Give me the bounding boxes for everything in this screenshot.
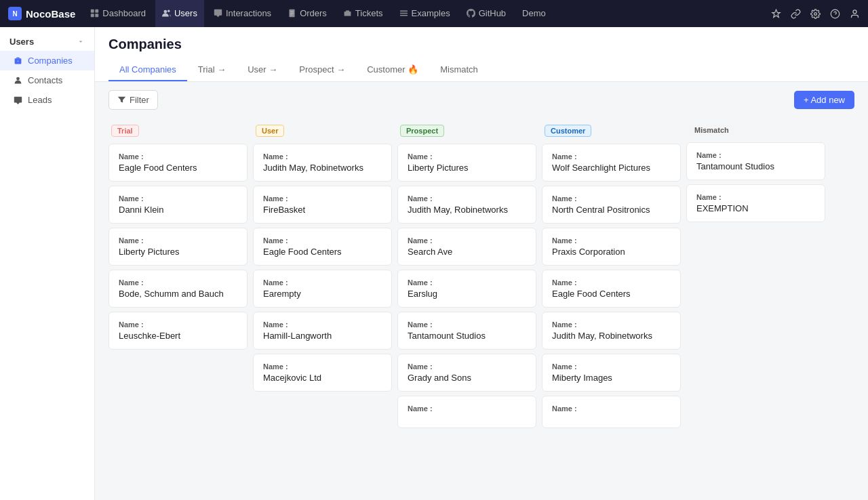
user-icon[interactable] (850, 9, 860, 19)
column-header-mismatch: Mismatch (686, 118, 825, 142)
nav-right-actions (771, 9, 860, 19)
nav-examples[interactable]: Examples (393, 0, 457, 27)
sidebar-group-users[interactable]: Users (0, 33, 94, 51)
badge-prospect: Prospect (400, 125, 444, 137)
column-mismatch: MismatchName :Tantamount StudiosName :EX… (686, 118, 825, 486)
svg-rect-0 (91, 9, 94, 12)
card-trial-0[interactable]: Name :Eagle Food Centers (108, 144, 248, 182)
nav-orders[interactable]: Orders (281, 0, 334, 27)
tab-trial[interactable]: Trial → (187, 59, 237, 81)
card-customer-1[interactable]: Name :North Central Positronics (542, 186, 681, 224)
card-trial-1[interactable]: Name :Danni Klein (108, 186, 248, 224)
nav-github[interactable]: GitHub (460, 0, 513, 27)
card-trial-2[interactable]: Name :Liberty Pictures (108, 228, 248, 266)
card-customer-5[interactable]: Name :Miberty Images (542, 354, 681, 392)
logo-icon: N (8, 7, 22, 20)
app-title: NocoBase (26, 8, 75, 20)
nav-interactions[interactable]: Interactions (207, 0, 278, 27)
card-user-0[interactable]: Name :Judith May, Robinetworks (253, 144, 392, 182)
sidebar-item-label: Companies (28, 56, 73, 66)
card-customer-2[interactable]: Name :Praxis Corporation (542, 228, 681, 266)
sidebar-item-leads[interactable]: Leads (0, 90, 94, 110)
card-trial-4[interactable]: Name :Leuschke-Ebert (108, 312, 248, 350)
column-customer: CustomerName :Wolf Searchlight PicturesN… (542, 118, 681, 486)
svg-rect-2 (91, 14, 94, 17)
column-body-user: Name :Judith May, RobinetworksName :Fire… (253, 144, 392, 392)
tab-user[interactable]: User → (237, 59, 288, 81)
column-header-user: User (253, 118, 392, 144)
card-mismatch-1[interactable]: Name :EXEMPTION (686, 184, 825, 222)
filter-icon (117, 96, 126, 104)
column-header-prospect: Prospect (397, 118, 536, 144)
nav-users[interactable]: Users (155, 0, 204, 27)
toolbar: Filter + Add new (95, 82, 868, 118)
badge-trial: Trial (111, 125, 139, 137)
card-prospect-5[interactable]: Name :Grady and Sons (397, 354, 536, 392)
column-prospect: ProspectName :Liberty PicturesName :Judi… (397, 118, 536, 486)
column-body-mismatch: Name :Tantamount StudiosName :EXEMPTION (686, 142, 825, 222)
link-icon[interactable] (791, 9, 801, 19)
sidebar: Users Companies Contacts Leads (0, 27, 95, 500)
tab-bar: All Companies Trial → User → Prospect → … (108, 59, 854, 81)
pin-icon[interactable] (771, 9, 781, 19)
sidebar-item-label: Leads (28, 95, 52, 105)
badge-customer: Customer (545, 125, 591, 137)
sidebar-item-companies[interactable]: Companies (0, 51, 94, 70)
page-title: Companies (108, 37, 854, 52)
card-prospect-0[interactable]: Name :Liberty Pictures (397, 144, 536, 182)
kanban-board: TrialName :Eagle Food CentersName :Danni… (95, 118, 868, 500)
card-prospect-6[interactable]: Name : (397, 396, 536, 428)
card-user-3[interactable]: Name :Earempty (253, 270, 392, 308)
nav-dashboard[interactable]: Dashboard (83, 0, 153, 27)
card-customer-0[interactable]: Name :Wolf Searchlight Pictures (542, 144, 681, 182)
card-user-4[interactable]: Name :Hamill-Langworth (253, 312, 392, 350)
svg-point-4 (163, 9, 167, 13)
card-customer-6[interactable]: Name : (542, 396, 681, 428)
badge-user: User (256, 125, 284, 137)
tab-prospect[interactable]: Prospect → (288, 59, 356, 81)
main-content: Companies All Companies Trial → User → P… (95, 27, 868, 500)
card-trial-3[interactable]: Name :Bode, Schumm and Bauch (108, 270, 248, 308)
svg-point-12 (814, 12, 817, 15)
svg-rect-9 (399, 12, 407, 14)
svg-rect-1 (96, 9, 99, 12)
tab-customer[interactable]: Customer 🔥 (356, 59, 429, 81)
sidebar-item-contacts[interactable]: Contacts (0, 70, 94, 90)
svg-rect-10 (399, 10, 407, 12)
column-header-customer: Customer (542, 118, 681, 144)
card-prospect-3[interactable]: Name :Earslug (397, 270, 536, 308)
svg-point-18 (16, 77, 20, 81)
svg-rect-3 (96, 14, 99, 17)
svg-rect-11 (399, 14, 407, 16)
card-prospect-4[interactable]: Name :Tantamount Studios (397, 312, 536, 350)
card-prospect-1[interactable]: Name :Judith May, Robinetworks (397, 186, 536, 224)
card-customer-3[interactable]: Name :Eagle Food Centers (542, 270, 681, 308)
page-header: Companies All Companies Trial → User → P… (95, 27, 868, 82)
card-user-2[interactable]: Name :Eagle Food Centers (253, 228, 392, 266)
column-header-trial: Trial (108, 118, 248, 144)
card-mismatch-0[interactable]: Name :Tantamount Studios (686, 142, 825, 180)
nav-tickets[interactable]: Tickets (336, 0, 390, 27)
column-trial: TrialName :Eagle Food CentersName :Danni… (108, 118, 248, 486)
tab-mismatch[interactable]: Mismatch (429, 59, 489, 81)
svg-point-5 (167, 9, 170, 12)
card-user-5[interactable]: Name :Macejkovic Ltd (253, 354, 392, 392)
help-icon[interactable] (830, 9, 840, 19)
column-user: UserName :Judith May, RobinetworksName :… (253, 118, 392, 486)
card-prospect-2[interactable]: Name :Search Ave (397, 228, 536, 266)
svg-point-15 (853, 9, 856, 13)
sidebar-item-label: Contacts (28, 75, 62, 85)
tab-all-companies[interactable]: All Companies (108, 59, 187, 81)
column-body-trial: Name :Eagle Food CentersName :Danni Klei… (108, 144, 248, 350)
column-body-customer: Name :Wolf Searchlight PicturesName :Nor… (542, 144, 681, 428)
nav-demo[interactable]: Demo (515, 0, 553, 27)
top-nav: N NocoBase Dashboard Users Interactions … (0, 0, 868, 27)
column-body-prospect: Name :Liberty PicturesName :Judith May, … (397, 144, 536, 428)
badge-mismatch: Mismatch (689, 125, 734, 136)
card-customer-4[interactable]: Name :Judith May, Robinetworks (542, 312, 681, 350)
add-new-button[interactable]: + Add new (794, 91, 854, 109)
app-logo[interactable]: N NocoBase (8, 7, 75, 20)
filter-button[interactable]: Filter (108, 90, 158, 110)
card-user-1[interactable]: Name :FireBasket (253, 186, 392, 224)
settings-icon[interactable] (810, 9, 821, 19)
